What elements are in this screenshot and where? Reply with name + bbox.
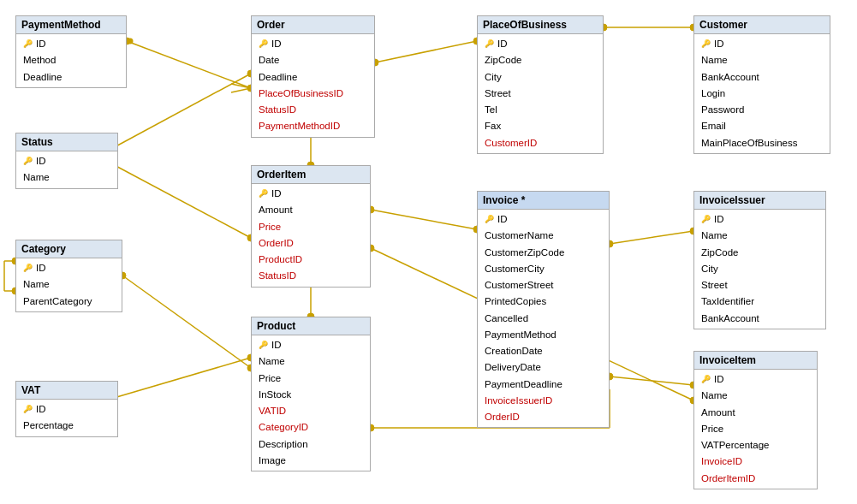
field-name: ZipCode	[485, 53, 521, 68]
field-placeofbusiness-customerid: CustomerID	[478, 135, 603, 151]
field-placeofbusiness-zipcode: ZipCode	[478, 52, 603, 68]
entity-invoiceitem: InvoiceItem🔑IDNameAmountPriceVATPercenta…	[693, 351, 818, 489]
field-invoiceissuer-id: 🔑ID	[694, 211, 825, 228]
field-category-id: 🔑ID	[16, 260, 122, 276]
field-orderitem-id: 🔑ID	[252, 186, 370, 202]
entity-body-invoice: 🔑IDCustomerNameCustomerZipCodeCustomerCi…	[478, 210, 609, 427]
field-name: ID	[714, 372, 724, 387]
field-product-image: Image	[252, 453, 370, 469]
field-name: Cancelled	[485, 311, 528, 326]
entity-order: Order🔑IDDateDeadlinePlaceOfBusinessIDSta…	[251, 15, 375, 138]
field-invoice-customerzipcode: CustomerZipCode	[478, 245, 609, 261]
field-name: Price	[259, 371, 281, 386]
entity-header-invoiceissuer: InvoiceIssuer	[694, 192, 825, 210]
entity-body-product: 🔑IDNamePriceInStockVATIDCategoryIDDescri…	[252, 335, 370, 471]
entity-header-vat: VAT	[16, 382, 117, 400]
pk-icon: 🔑	[259, 340, 268, 352]
entity-category: Category🔑IDNameParentCategory	[15, 240, 122, 312]
field-name: Street	[485, 86, 511, 101]
field-product-instock: InStock	[252, 387, 370, 403]
field-invoice-customerstreet: CustomerStreet	[478, 277, 609, 294]
field-name: Street	[701, 278, 728, 293]
entity-body-category: 🔑IDNameParentCategory	[16, 258, 122, 311]
field-order-statusid: StatusID	[252, 102, 374, 118]
field-name: Password	[701, 103, 745, 117]
entity-invoiceissuer: InvoiceIssuer🔑IDNameZipCodeCityStreetTax…	[693, 191, 826, 329]
field-name: ID	[714, 212, 724, 227]
field-customer-password: Password	[694, 102, 830, 118]
field-paymentmethod-id: 🔑ID	[16, 36, 126, 52]
field-name: Name	[23, 170, 50, 185]
field-invoiceissuer-city: City	[694, 261, 825, 277]
svg-line-21	[122, 276, 251, 368]
field-name: Deadline	[23, 70, 62, 85]
entity-header-category: Category	[16, 240, 122, 258]
field-name: PrintedCopies	[485, 294, 546, 309]
svg-line-6	[110, 74, 251, 150]
field-order-id: 🔑ID	[252, 36, 374, 52]
field-status-id: 🔑ID	[16, 153, 117, 169]
entity-header-invoiceitem: InvoiceItem	[694, 352, 817, 370]
field-name: CustomerCity	[485, 262, 545, 276]
field-name: PaymentDeadline	[485, 377, 562, 392]
field-invoice-deliverydate: DeliveryDate	[478, 359, 609, 376]
pk-icon: 🔑	[259, 188, 268, 200]
entity-body-vat: 🔑IDPercentage	[16, 400, 117, 436]
pk-icon: 🔑	[701, 214, 711, 226]
entity-status: Status🔑IDName	[15, 133, 118, 189]
field-name: Name	[23, 277, 50, 292]
field-name: Name	[701, 388, 728, 403]
field-name: CustomerZipCode	[485, 246, 564, 260]
field-name: CreationDate	[485, 344, 543, 359]
field-name: InvoiceID	[701, 454, 742, 469]
entity-orderitem: OrderItem🔑IDAmountPriceOrderIDProductIDS…	[251, 165, 371, 288]
entity-header-orderitem: OrderItem	[252, 166, 370, 184]
field-customer-login: Login	[694, 86, 830, 102]
field-name: VATID	[259, 404, 286, 418]
pk-icon: 🔑	[23, 404, 33, 416]
pk-icon: 🔑	[485, 214, 494, 226]
field-name: Login	[701, 86, 725, 101]
field-name: ID	[714, 37, 724, 51]
field-invoiceitem-vatpercentage: VATPercentage	[694, 437, 817, 454]
field-order-date: Date	[252, 52, 374, 68]
field-product-name: Name	[252, 353, 370, 370]
svg-line-24	[114, 358, 251, 398]
entity-body-orderitem: 🔑IDAmountPriceOrderIDProductIDStatusID	[252, 184, 370, 287]
field-name: TaxIdentifier	[701, 294, 754, 309]
field-product-categoryid: CategoryID	[252, 419, 370, 436]
field-invoiceissuer-name: Name	[694, 228, 825, 244]
svg-line-30	[371, 210, 477, 229]
field-name: ID	[497, 212, 508, 227]
field-order-paymentmethodid: PaymentMethodID	[252, 118, 374, 134]
field-invoiceitem-name: Name	[694, 388, 817, 404]
field-name: Date	[259, 53, 279, 68]
svg-line-18	[110, 163, 251, 238]
field-invoice-cancelled: Cancelled	[478, 311, 609, 327]
field-invoiceitem-id: 🔑ID	[694, 371, 817, 388]
field-category-name: Name	[16, 276, 122, 293]
pk-icon: 🔑	[701, 374, 711, 386]
field-customer-email: Email	[694, 118, 830, 134]
entity-body-paymentmethod: 🔑IDMethodDeadline	[16, 34, 126, 87]
field-name: PaymentMethod	[485, 328, 556, 342]
field-placeofbusiness-fax: Fax	[478, 118, 603, 134]
field-product-price: Price	[252, 371, 370, 387]
field-invoice-invoiceissuerid: InvoiceIssuerID	[478, 393, 609, 409]
field-vat-id: 🔑ID	[16, 401, 117, 418]
field-vat-percentage: Percentage	[16, 418, 117, 434]
field-name: ProductID	[259, 252, 302, 267]
field-name: Fax	[485, 119, 501, 133]
field-customer-id: 🔑ID	[694, 36, 830, 52]
field-name: Price	[259, 220, 281, 234]
svg-line-36	[610, 377, 693, 385]
diagram: PaymentMethod🔑IDMethodDeadlineOrder🔑IDDa…	[0, 0, 857, 504]
field-name: Amount	[259, 203, 293, 217]
field-invoice-customername: CustomerName	[478, 228, 609, 244]
field-name: CustomerStreet	[485, 278, 554, 293]
field-placeofbusiness-id: 🔑ID	[478, 36, 603, 52]
field-order-placeofbusinessid: PlaceOfBusinessID	[252, 86, 374, 102]
field-invoiceissuer-street: Street	[694, 277, 825, 294]
entity-customer: Customer🔑IDNameBankAccountLoginPasswordE…	[693, 15, 830, 154]
field-name: Percentage	[23, 418, 74, 433]
